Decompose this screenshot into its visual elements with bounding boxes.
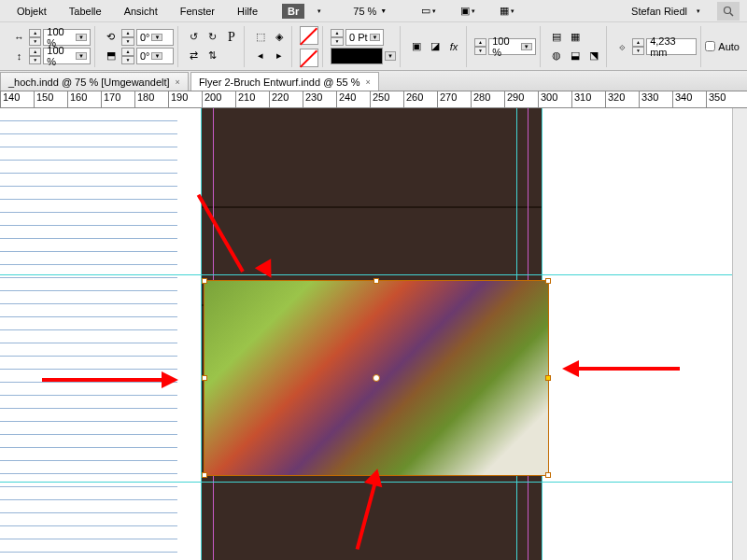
menu-bar: Objekt Tabelle Ansicht Fenster Hilfe Br … — [0, 0, 747, 22]
ruler-tick: 160 — [67, 91, 87, 107]
ruler-tick: 150 — [34, 91, 53, 107]
ruler-tick: 350 — [706, 91, 726, 107]
drop-shadow-icon[interactable]: ◪ — [427, 38, 444, 55]
vertical-scrollbar[interactable] — [732, 108, 747, 560]
search-button[interactable] — [717, 2, 740, 21]
menu-tabelle[interactable]: Tabelle — [60, 2, 111, 21]
ruler-tick: 230 — [303, 91, 322, 107]
select-next-icon[interactable]: ▸ — [271, 48, 288, 64]
document-tab-bar: _hoch.indd @ 75 % [Umgewandelt] × Flyer … — [0, 71, 747, 91]
ruler-tick: 260 — [403, 91, 423, 107]
horizontal-ruler[interactable]: 1401501601701801902002102202302402502602… — [0, 91, 747, 108]
ruler-tick: 250 — [370, 91, 389, 107]
resize-handle-n[interactable] — [374, 278, 379, 284]
char-p-icon: P — [223, 29, 240, 46]
user-name[interactable]: Stefan Riedl — [626, 4, 693, 19]
flip-v-icon[interactable]: ⇅ — [204, 48, 221, 64]
resize-handle-nw[interactable] — [202, 278, 207, 284]
document-tab-1[interactable]: _hoch.indd @ 75 % [Umgewandelt] × — [0, 72, 189, 91]
rotation-stepper[interactable]: ▲▼ — [121, 29, 134, 46]
scale-y-input[interactable]: 100 % — [43, 48, 91, 64]
shear-icon: ⬒ — [103, 48, 120, 64]
rotate-ccw-icon[interactable]: ↺ — [186, 29, 203, 46]
text-wrap-col-icon[interactable]: ⬔ — [585, 48, 602, 64]
stroke-style-picker[interactable] — [331, 48, 383, 64]
left-page-background — [0, 108, 177, 560]
ruler-tick: 190 — [168, 91, 188, 107]
opacity-stepper[interactable]: ▲▼ — [474, 38, 486, 55]
fx-icon[interactable]: fx — [445, 38, 462, 55]
resize-handle-e[interactable] — [545, 375, 551, 381]
flip-h-icon[interactable]: ⇄ — [186, 48, 203, 64]
svg-line-1 — [730, 13, 733, 16]
fill-none-icon[interactable] — [300, 26, 318, 45]
scale-x-input[interactable]: 100 % — [43, 29, 91, 46]
close-icon[interactable]: × — [176, 77, 180, 87]
shear-stepper[interactable]: ▲▼ — [121, 48, 134, 64]
auto-fit-label: Auto — [718, 41, 740, 52]
corner-radius-stepper[interactable]: ▲▼ — [632, 38, 644, 55]
menu-objekt[interactable]: Objekt — [7, 2, 56, 21]
stroke-weight-stepper[interactable]: ▲▼ — [331, 29, 344, 46]
resize-handle-se[interactable] — [545, 472, 551, 478]
select-container-icon[interactable]: ⬚ — [252, 29, 269, 46]
text-wrap-jump-icon[interactable]: ⬓ — [567, 48, 584, 64]
rotate-icon: ⟲ — [103, 29, 120, 46]
resize-handle-ne[interactable] — [545, 278, 551, 284]
document-tab-2[interactable]: Flyer 2-Bruch Entwurf.indd @ 55 % × — [190, 72, 379, 91]
ruler-tick: 180 — [134, 91, 154, 107]
ruler-tick: 270 — [437, 91, 457, 107]
select-content-icon[interactable]: ◈ — [271, 29, 288, 46]
close-icon[interactable]: × — [365, 77, 370, 87]
document-canvas[interactable]: ↖ — [0, 108, 747, 560]
selection-bounding-box[interactable] — [204, 280, 549, 476]
resize-handle-w[interactable] — [202, 375, 207, 381]
menu-hilfe[interactable]: Hilfe — [228, 2, 267, 21]
annotation-arrow-top — [224, 183, 289, 286]
corner-radius-input[interactable]: 4,233 mm — [646, 38, 697, 55]
text-wrap-shape-icon[interactable]: ◍ — [548, 48, 565, 64]
content-grabber[interactable] — [373, 374, 380, 382]
rotate-cw-icon[interactable]: ↻ — [204, 29, 221, 46]
menu-ansicht[interactable]: Ansicht — [115, 2, 167, 21]
zoom-level[interactable]: 75 % — [347, 4, 392, 19]
ruler-tick: 340 — [672, 91, 692, 107]
ruler-tick: 280 — [471, 91, 490, 107]
document-tab-2-label: Flyer 2-Bruch Entwurf.indd @ 55 % — [199, 77, 360, 88]
ruler-tick: 320 — [605, 91, 625, 107]
effects-target-icon[interactable]: ▣ — [408, 38, 425, 55]
corner-options-icon[interactable]: ⟐ — [614, 38, 630, 55]
column-guide[interactable] — [201, 108, 202, 560]
document-tab-1-label: _hoch.indd @ 75 % [Umgewandelt] — [8, 77, 170, 88]
arrange-icon[interactable]: ▦ — [497, 2, 517, 21]
scale-x-icon: ↔ — [11, 29, 27, 46]
ruler-guide[interactable] — [0, 274, 747, 275]
auto-fit-checkbox[interactable]: Auto — [705, 41, 740, 52]
menu-fenster[interactable]: Fenster — [171, 2, 224, 21]
shear-input[interactable]: 0° — [136, 48, 174, 64]
ruler-tick: 240 — [336, 91, 356, 107]
opacity-input[interactable]: 100 % — [488, 38, 536, 55]
search-icon — [723, 6, 734, 17]
bridge-button[interactable]: Br — [282, 4, 304, 19]
rotation-input[interactable]: 0° — [136, 29, 174, 46]
ruler-tick: 300 — [538, 91, 557, 107]
ruler-tick: 210 — [235, 91, 255, 107]
text-wrap-bbox-icon[interactable]: ▦ — [567, 29, 584, 46]
control-bar: ↔ ▲▼ 100 % ↕ ▲▼ 100 % ⟲ ▲▼ 0° ⬒ ▲▼ 0° ↺ … — [0, 22, 747, 71]
select-prev-icon[interactable]: ◂ — [252, 48, 269, 64]
ruler-tick: 310 — [571, 91, 591, 107]
ruler-tick: 290 — [504, 91, 524, 107]
stroke-weight-input[interactable]: 0 Pt — [345, 29, 385, 46]
scale-x-stepper[interactable]: ▲▼ — [29, 29, 41, 46]
scale-y-icon: ↕ — [11, 48, 27, 64]
resize-handle-sw[interactable] — [202, 472, 207, 478]
scale-y-stepper[interactable]: ▲▼ — [29, 48, 41, 64]
svg-point-0 — [725, 7, 731, 13]
screen-mode-icon[interactable]: ▣ — [458, 2, 478, 21]
stroke-none-icon[interactable] — [300, 49, 318, 67]
text-wrap-none-icon[interactable]: ▤ — [548, 29, 565, 46]
ruler-tick: 330 — [639, 91, 658, 107]
view-mode-icon[interactable]: ▭ — [418, 2, 439, 21]
bridge-dropdown-icon[interactable] — [308, 2, 329, 21]
